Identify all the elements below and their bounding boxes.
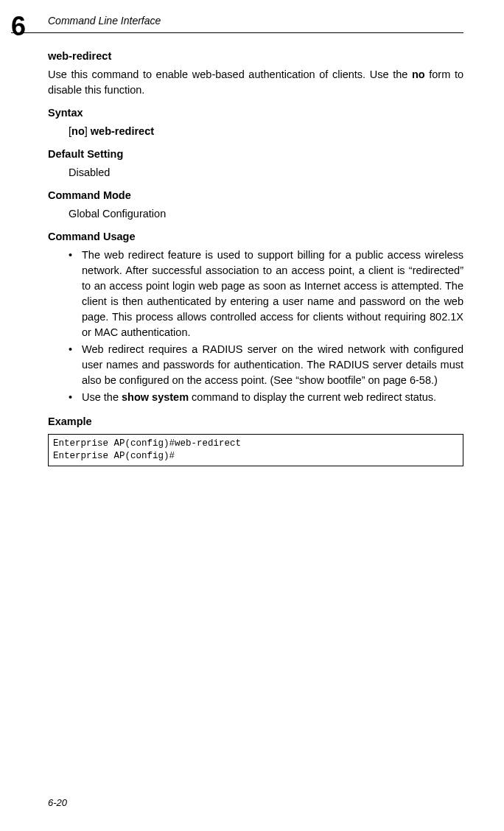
syntax-line: [no] web-redirect [69, 124, 463, 139]
usage-bullet: •Use the show system command to display … [69, 390, 463, 405]
default-heading: Default Setting [48, 147, 463, 162]
intro-paragraph: Use this command to enable web-based aut… [48, 67, 463, 98]
usage-bullet: •Web redirect requires a RADIUS server o… [69, 342, 463, 388]
chapter-title: Command Line Interface [48, 13, 161, 28]
intro-no: no [412, 69, 425, 80]
page-header: 6 Command Line Interface [48, 9, 463, 38]
bullet-text: The web redirect feature is used to supp… [82, 248, 463, 340]
bullet-dot: • [69, 248, 82, 340]
page-number: 6-20 [48, 796, 67, 810]
header-rule [11, 32, 463, 33]
usage-bullets: •The web redirect feature is used to sup… [48, 248, 463, 405]
bullet-text: Use the show system command to display t… [82, 390, 436, 405]
chapter-number: 6 [11, 7, 26, 46]
mode-value: Global Configuration [69, 206, 463, 222]
example-heading: Example [48, 414, 463, 429]
default-value: Disabled [69, 165, 463, 180]
usage-bullet: •The web redirect feature is used to sup… [69, 248, 463, 340]
syntax-cmd: web-redirect [91, 125, 154, 137]
syntax-heading: Syntax [48, 105, 463, 121]
intro-text: Use this command to enable web-based aut… [48, 69, 412, 80]
mode-heading: Command Mode [48, 188, 463, 203]
bullet-text: Web redirect requires a RADIUS server on… [82, 342, 463, 388]
syntax-no: no [71, 125, 85, 137]
example-code: Enterprise AP(config)#web-redirect Enter… [48, 434, 463, 466]
command-name: web-redirect [48, 49, 463, 64]
bullet-dot: • [69, 390, 82, 405]
bullet-dot: • [69, 342, 82, 388]
syntax-close: ] [85, 125, 91, 137]
usage-heading: Command Usage [48, 229, 463, 245]
